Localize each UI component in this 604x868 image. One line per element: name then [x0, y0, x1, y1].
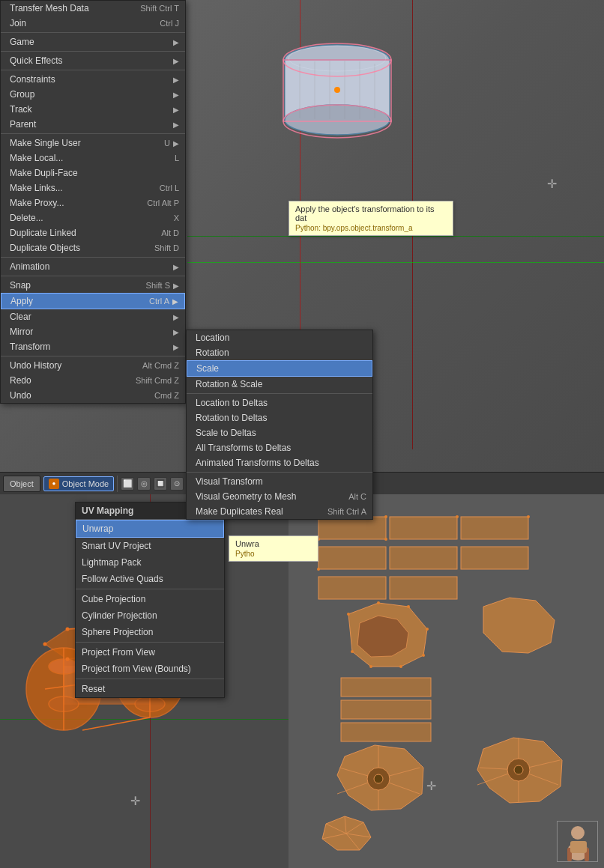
menu-item-make-local[interactable]: Make Local... L: [1, 151, 185, 166]
bottom-section: ✛: [0, 494, 604, 868]
apply-location-to-deltas[interactable]: Location to Deltas: [187, 395, 372, 410]
pivot-point-icon[interactable]: ◎: [137, 477, 151, 491]
divider-7: [1, 356, 185, 356]
apply-animated-transforms-to-deltas[interactable]: Animated Transforms to Deltas: [187, 455, 372, 470]
svg-point-90: [317, 568, 320, 571]
menu-item-transfer-mesh-data[interactable]: Transfer Mesh Data Shift Ctrl T: [1, 1, 185, 16]
apply-scale[interactable]: Scale: [187, 360, 372, 377]
menu-item-transform[interactable]: Transform ▶: [1, 339, 185, 354]
svg-rect-52: [390, 577, 457, 599]
uv-menu-project-from-view[interactable]: Project From View: [76, 644, 224, 661]
x-axis-line: [187, 236, 604, 237]
object-menu-button[interactable]: Object: [3, 476, 40, 492]
svg-point-99: [571, 826, 585, 840]
svg-marker-55: [483, 598, 555, 653]
svg-point-86: [456, 515, 459, 518]
svg-point-87: [527, 515, 530, 518]
apply-location[interactable]: Location: [187, 330, 372, 345]
svg-point-67: [374, 774, 383, 783]
menu-item-join[interactable]: Join Ctrl J: [1, 16, 185, 31]
scale-tooltip: Apply the object's transformation to its…: [289, 201, 453, 236]
divider-5: [1, 257, 185, 258]
menu-item-undo-history[interactable]: Undo History Alt Cmd Z: [1, 358, 185, 373]
menu-item-make-single-user[interactable]: Make Single User U ▶: [1, 136, 185, 151]
uv-menu-cylinder-projection[interactable]: Cylinder Projection: [76, 607, 224, 624]
menu-item-constraints[interactable]: Constraints ▶: [1, 72, 185, 87]
uv-menu-unwrap[interactable]: Unwrap: [76, 520, 224, 538]
menu-item-duplicate-linked[interactable]: Duplicate Linked Alt D: [1, 225, 185, 240]
svg-rect-58: [341, 723, 431, 741]
avatar-thumbnail: [557, 821, 598, 862]
menu-item-parent[interactable]: Parent ▶: [1, 117, 185, 132]
menu-item-make-dupli-face[interactable]: Make Dupli-Face: [1, 166, 185, 180]
menu-item-clear[interactable]: Clear ▶: [1, 309, 185, 324]
main-menu: Transfer Mesh Data Shift Ctrl T Join Ctr…: [0, 0, 186, 404]
apply-scale-to-deltas[interactable]: Scale to Deltas: [187, 425, 372, 440]
divider-3: [1, 70, 185, 70]
apply-rotation-to-deltas[interactable]: Rotation to Deltas: [187, 410, 372, 425]
menu-item-undo[interactable]: Undo Cmd Z: [1, 388, 185, 403]
svg-point-34: [66, 628, 70, 631]
svg-point-85: [384, 515, 387, 518]
uv-menu-smart-uv-project[interactable]: Smart UV Project: [76, 538, 224, 554]
unwrap-tooltip-main: Unwra: [235, 539, 312, 548]
mode-icon: ●: [49, 479, 59, 489]
menu-item-snap[interactable]: Snap Shift S ▶: [1, 278, 185, 293]
svg-point-97: [369, 665, 372, 668]
unwrap-tooltip-python: Pytho: [235, 550, 312, 558]
uv-menu-cube-projection[interactable]: Cube Projection: [76, 591, 224, 607]
apply-rotation-scale[interactable]: Rotation & Scale: [187, 377, 372, 392]
apply-divider-1: [187, 393, 372, 394]
unwrap-tooltip: Unwra Pytho: [229, 535, 318, 562]
apply-all-transforms-to-deltas[interactable]: All Transforms to Deltas: [187, 440, 372, 455]
toolbar-sep-1: [117, 476, 118, 492]
svg-point-91: [347, 613, 350, 616]
menu-item-delete[interactable]: Delete... X: [1, 210, 185, 225]
menu-item-make-proxy[interactable]: Make Proxy... Ctrl Alt P: [1, 195, 185, 210]
menu-item-redo[interactable]: Redo Shift Cmd Z: [1, 373, 185, 388]
svg-rect-103: [570, 841, 587, 853]
svg-rect-49: [390, 547, 457, 569]
svg-line-29: [82, 717, 150, 730]
svg-rect-45: [318, 517, 386, 539]
viewport-shading-icon[interactable]: ⬜: [121, 477, 134, 491]
snap-icon[interactable]: 🔲: [154, 477, 167, 491]
svg-point-89: [384, 538, 387, 541]
apply-visual-transform[interactable]: Visual Transform: [187, 474, 372, 489]
divider-4: [1, 133, 185, 134]
uv-menu-reset[interactable]: Reset: [76, 681, 224, 697]
uv-menu-follow-active-quads[interactable]: Follow Active Quads: [76, 571, 224, 587]
uv-menu-sphere-projection[interactable]: Sphere Projection: [76, 624, 224, 640]
svg-rect-47: [461, 517, 528, 539]
svg-point-93: [407, 605, 410, 608]
svg-point-33: [43, 643, 47, 646]
svg-rect-57: [341, 700, 431, 719]
apply-visual-geometry-to-mesh[interactable]: Visual Geometry to Mesh Alt C: [187, 489, 372, 504]
menu-item-make-links[interactable]: Make Links... Ctrl L: [1, 180, 185, 195]
apply-rotation[interactable]: Rotation: [187, 345, 372, 360]
apply-make-duplicates-real[interactable]: Make Duplicates Real Shift Ctrl A: [187, 504, 372, 519]
svg-point-76: [514, 765, 523, 774]
menu-item-track[interactable]: Track ▶: [1, 102, 185, 117]
svg-rect-48: [318, 547, 386, 569]
menu-item-apply[interactable]: Apply Ctrl A ▶: [1, 293, 185, 309]
svg-point-13: [334, 87, 340, 93]
menu-item-group[interactable]: Group ▶: [1, 87, 185, 102]
svg-point-94: [426, 628, 429, 631]
menu-item-mirror[interactable]: Mirror ▶: [1, 324, 185, 339]
cylinder-object: [262, 30, 412, 150]
menu-item-quick-effects[interactable]: Quick Effects ▶: [1, 53, 185, 68]
svg-rect-50: [461, 547, 528, 569]
menu-item-animation[interactable]: Animation ▶: [1, 259, 185, 274]
uv-divider-1: [76, 589, 224, 589]
divider-6: [1, 276, 185, 276]
crosshair-uv: ✛: [423, 778, 438, 793]
menu-item-duplicate-objects[interactable]: Duplicate Objects Shift D: [1, 240, 185, 255]
object-mode-button[interactable]: ● Object Mode: [43, 476, 114, 491]
proportional-edit-icon[interactable]: ⊙: [170, 477, 184, 491]
menu-item-game[interactable]: Game ▶: [1, 34, 185, 49]
svg-rect-56: [341, 678, 431, 696]
uv-menu-lightmap-pack[interactable]: Lightmap Pack: [76, 554, 224, 571]
uv-menu-project-from-view-bounds[interactable]: Project from View (Bounds): [76, 661, 224, 677]
crosshair-edit: ✛: [127, 793, 142, 808]
